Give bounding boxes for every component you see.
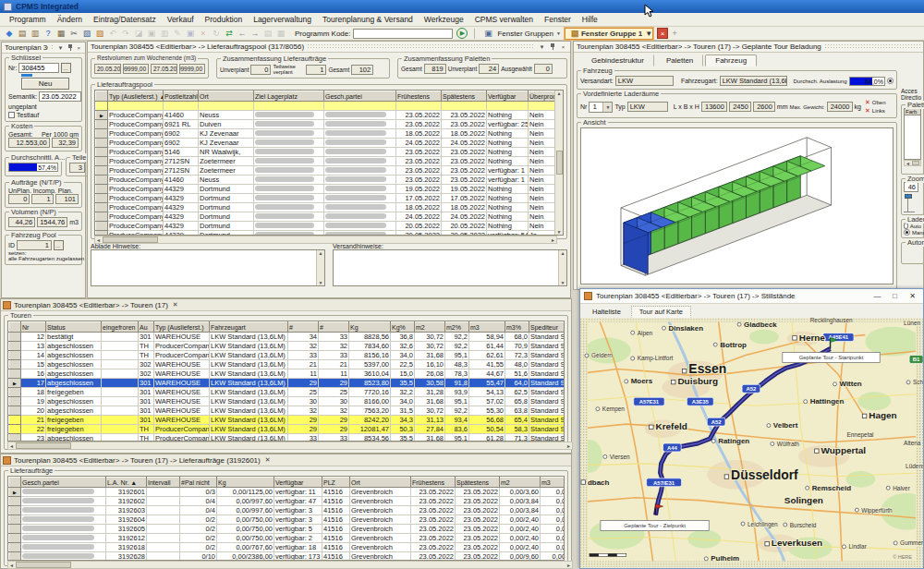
close-icon[interactable]: ✕ xyxy=(265,456,271,464)
toolbar-icon[interactable]: × xyxy=(197,28,210,40)
touren-table-row[interactable]: 19 abgeschlossen 301 WAREHOUSE LKW Stand… xyxy=(9,397,565,406)
auftraege-column-header[interactable]: PLZ xyxy=(322,478,350,488)
tab-tour-auf-karte[interactable]: Tour auf Karte xyxy=(631,306,691,318)
toolbar-icon[interactable]: ▨ xyxy=(93,28,106,40)
truck-loading-3d-view[interactable] xyxy=(581,128,892,284)
touren-table-row[interactable]: 12 bestätigt 301 WAREHOUSE LKW Standard … xyxy=(9,333,565,342)
touren-column-header[interactable]: Fahrzeugart xyxy=(210,322,288,333)
toolbar-icon[interactable]: ⇄ xyxy=(223,28,236,40)
pool-table-row[interactable]: ProduceCompany 44329 Dortmund 18.05.2022… xyxy=(96,203,559,212)
touren-table-row[interactable]: 21 freigegeben 301 WAREHOUSE LKW Standar… xyxy=(9,416,565,425)
auftraege-table-row[interactable]: 3192604 0/2 0,00/750,00 verfügbar: 3 415… xyxy=(9,515,565,525)
pin-icon[interactable] xyxy=(549,42,556,51)
touren-table-row[interactable]: 20 abgeschlossen 301 WAREHOUSE LKW Stand… xyxy=(9,406,565,416)
panel-menu-icon[interactable]: ▼ xyxy=(57,43,64,52)
pin-icon[interactable] xyxy=(67,43,73,52)
pool-table-row[interactable]: ProduceCompany 2712SN Zoetermeer 23.05.2… xyxy=(96,157,559,166)
touren-table-row[interactable]: ▶ 17 abgeschlossen 301 WAREHOUSE LKW Sta… xyxy=(9,379,565,388)
ablade-textarea[interactable]: ▲▼ xyxy=(91,249,325,286)
auftraege-table-row[interactable]: 3192612 0/2 0,00/750,00 verfügbar: 2 415… xyxy=(9,534,565,543)
pool-panel-header[interactable]: Tourenplan 308455 <Editierbar> -> Liefer… xyxy=(88,42,570,53)
close-icon[interactable]: × xyxy=(76,43,82,52)
tab-paletten[interactable]: Paletten xyxy=(656,54,703,67)
pool-column-header[interactable]: Typ (Auslieferst.) ▲ xyxy=(108,91,164,102)
pool-table-row[interactable]: ProduceCompany 44329 Dortmund 24.05.2022… xyxy=(96,212,559,222)
touren-table-row[interactable]: 16 abgeschlossen 302 WAREHOUSE LKW Stand… xyxy=(9,369,565,379)
auftraege-column-header[interactable]: Frühestens xyxy=(411,478,456,488)
pool-table-row[interactable]: ProduceCompany 41460 Neuss 23.05.2022 23… xyxy=(96,176,559,185)
tour-map[interactable]: A45E41B1A52A57E31A3E35A52A44A57/E31Reckl… xyxy=(580,318,923,568)
toolbar-icon[interactable]: ✎ xyxy=(171,28,184,40)
toolbar-icon[interactable]: → xyxy=(249,28,261,40)
auftraege-column-header[interactable]: m3 xyxy=(541,478,565,488)
toolbar-icon[interactable]: ▧ xyxy=(80,28,93,40)
beladung-panel-header[interactable]: Tourenplan 308455 <Editierbar> -> Touren… xyxy=(574,42,923,53)
toolbar-icon[interactable]: ▥ xyxy=(29,28,42,40)
close-icon[interactable]: × xyxy=(559,42,567,51)
auftraege-column-header[interactable] xyxy=(9,478,21,488)
pool-column-header[interactable]: Verfügbar xyxy=(487,91,529,102)
pool-column-header[interactable]: Postleitzahl xyxy=(164,91,199,102)
touren-column-header[interactable] xyxy=(9,322,21,333)
menu-item[interactable]: Verkauf xyxy=(162,14,200,25)
auftraege-column-header[interactable]: #Pal nicht xyxy=(180,478,217,488)
pool-table-row[interactable]: ProduceCompany 44329 Dortmund 20.05.2022… xyxy=(96,231,559,236)
touren-column-header[interactable]: Typ (Auslieferst.) xyxy=(154,322,210,333)
auslastung-radio[interactable] xyxy=(887,78,894,84)
menu-item[interactable]: CPMS verwalten xyxy=(469,14,539,25)
pool-table-row[interactable]: ProduceCompany 5146 NR Waalwijk, 23.05.2… xyxy=(96,148,559,157)
pool-table-row[interactable]: ProduceCompany 44329 Dortmund 19.05.2022… xyxy=(96,185,559,194)
nr-input[interactable] xyxy=(18,63,59,73)
auftraege-table-row[interactable]: 3192628 0/10 0,00/2386,00 verfügbar: 173… xyxy=(9,552,565,562)
chevron-down-icon[interactable]: ▼ xyxy=(645,30,652,38)
pool-table-row[interactable]: ProduceCompany 2712SN Zoetermeer 23.05.2… xyxy=(96,166,559,176)
touren-column-header[interactable]: Au xyxy=(139,322,154,333)
window-titlebar[interactable]: CPMS Integrated xyxy=(0,0,924,13)
testlauf-checkbox[interactable] xyxy=(8,112,15,118)
touren-table-row[interactable]: 18 freigegeben 301 WAREHOUSE LKW Standar… xyxy=(9,388,565,397)
auftraege-tabbar[interactable]: Tourenplan 308455 <Editierbar> -> Touren… xyxy=(1,454,571,466)
pool-column-header[interactable]: Frühestens xyxy=(396,91,442,102)
pool-filter-row[interactable] xyxy=(96,102,559,111)
toolbar-icon[interactable]: ↷ xyxy=(119,28,132,40)
auftraege-column-header[interactable]: Gesch.partei xyxy=(21,478,106,488)
pool-table-row[interactable]: ProduceCompany 6921 RL Duiven 23.05.2022… xyxy=(96,120,559,129)
touren-column-header[interactable]: m3% xyxy=(505,322,529,333)
pool-vscroll[interactable]: ▲▼ xyxy=(554,91,563,235)
neu-button[interactable]: Neu xyxy=(21,78,69,90)
maximize-button[interactable]: □ xyxy=(888,291,902,302)
touren-tabbar[interactable]: Tourenplan 308455 <Editierbar> -> Touren… xyxy=(1,299,571,311)
left-panel-header[interactable]: Tourenplan 30... ▼ × xyxy=(2,42,85,54)
touren-table-row[interactable]: 15 abgeschlossen 302 WAREHOUSE LKW Stand… xyxy=(9,360,565,369)
pool-table-row[interactable]: ProduceCompany 6902 KJ Zevenaar 24.05.20… xyxy=(96,139,559,148)
auftraege-hscroll[interactable]: ◄► xyxy=(7,561,573,569)
menu-item[interactable]: Hilfe xyxy=(577,14,603,25)
toolbar-icon[interactable]: ▤ xyxy=(261,28,274,40)
auftraege-column-header[interactable]: Ort xyxy=(350,478,411,488)
touren-column-header[interactable]: Nr xyxy=(21,322,46,333)
touren-table-row[interactable]: 22 freigegeben TH ProducerCompany LKW St… xyxy=(9,425,565,434)
manual-radio[interactable] xyxy=(904,229,910,236)
auftraege-table-row[interactable]: 3192603 0/4 0,00/997,60 verfügbar: 3 415… xyxy=(9,506,565,515)
touren-table-row[interactable]: 13 abgeschlossen TH ProducerCompany LKW … xyxy=(9,342,565,351)
touren-column-header[interactable]: Kg% xyxy=(391,322,415,333)
close-group-button[interactable]: × xyxy=(657,28,668,39)
map-window-titlebar[interactable]: Tourenplan 308455 <Editierbar> -> Touren… xyxy=(580,289,923,304)
farb-column-header[interactable]: Farb xyxy=(905,109,920,115)
pool-column-header[interactable]: Ort xyxy=(199,91,254,102)
touren-column-header[interactable]: # xyxy=(319,322,349,333)
toolbar-icon[interactable]: ✂ xyxy=(67,28,80,40)
toolbar-icon[interactable]: ↻ xyxy=(210,28,223,40)
menu-item[interactable]: Ändern xyxy=(52,14,88,25)
toolbar-icon[interactable]: ▣ xyxy=(145,28,158,40)
touren-column-header[interactable]: eingefroren xyxy=(102,322,139,333)
touren-hscroll[interactable]: ◄► xyxy=(7,442,573,450)
auftraege-column-header[interactable]: L.A. Nr. ▲ xyxy=(106,478,147,488)
auftraege-column-header[interactable]: m2 xyxy=(500,478,541,488)
menu-item[interactable]: Lagerverwaltung xyxy=(248,14,317,25)
toolbar-icon[interactable]: ◪ xyxy=(132,28,145,40)
tab-fahrzeug[interactable]: Fahrzeug xyxy=(705,54,757,67)
auftraege-column-header[interactable]: Intervall xyxy=(147,478,180,488)
menu-item[interactable]: Produktion xyxy=(200,14,249,25)
touren-column-header[interactable]: Spediteur xyxy=(529,322,565,333)
